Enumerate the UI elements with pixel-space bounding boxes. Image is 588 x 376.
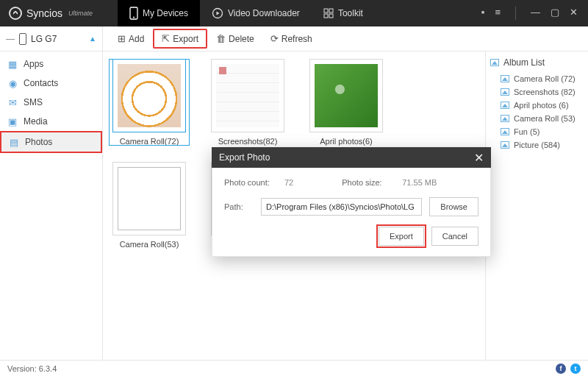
btn-label: Refresh bbox=[282, 34, 312, 44]
separator bbox=[515, 7, 516, 20]
album-thumb bbox=[309, 59, 383, 132]
dialog-header[interactable]: Export Photo ✕ bbox=[212, 147, 491, 168]
svg-rect-4 bbox=[329, 9, 333, 13]
svg-rect-3 bbox=[324, 9, 328, 13]
top-tabs: My Devices Video Downloader Toolkit bbox=[118, 0, 375, 26]
tab-toolkit[interactable]: Toolkit bbox=[312, 0, 375, 26]
dialog-path-row: Path: Browse bbox=[224, 197, 478, 216]
trash-icon: 🗑 bbox=[216, 33, 226, 44]
grid-icon bbox=[323, 8, 334, 18]
sidebar-label: Media bbox=[24, 116, 48, 127]
photo-count-value: 72 bbox=[284, 178, 293, 187]
dialog-body: Photo count: 72 Photo size: 71.55 MB Pat… bbox=[212, 168, 491, 257]
export-icon: ⇱ bbox=[162, 33, 170, 44]
play-circle-icon bbox=[212, 7, 223, 19]
toolbar-actions: ⊞ Add ⇱ Export 🗑 Delete ⟳ Refresh bbox=[103, 26, 320, 51]
picture-icon bbox=[501, 102, 509, 109]
facebook-icon[interactable]: f bbox=[556, 363, 566, 374]
svg-rect-6 bbox=[329, 14, 333, 18]
chevron-up-icon: ▲ bbox=[89, 35, 96, 43]
browse-button[interactable]: Browse bbox=[429, 197, 478, 216]
list-item-label: April photos (6) bbox=[514, 101, 569, 110]
menu-icon[interactable]: ≡ bbox=[495, 7, 501, 20]
album-label: Camera Roll(72) bbox=[120, 137, 179, 146]
sidebar-label: Contacts bbox=[24, 78, 58, 88]
title-bar: Syncios Ultimate My Devices Video Downlo… bbox=[0, 0, 588, 26]
path-input[interactable] bbox=[261, 198, 422, 216]
sidebar-item-apps[interactable]: ▦ Apps bbox=[0, 54, 102, 74]
album-thumb bbox=[211, 59, 284, 132]
device-icon bbox=[19, 33, 26, 45]
list-item-label: Fun (5) bbox=[514, 127, 539, 136]
syncios-logo-icon bbox=[9, 7, 22, 20]
dialog-title: Export Photo bbox=[219, 152, 270, 163]
sidebar-label: Photos bbox=[25, 137, 52, 147]
picture-icon bbox=[501, 128, 509, 135]
dialog-button-row: Export Cancel bbox=[224, 227, 478, 246]
album-label: Screenshots(82) bbox=[218, 137, 278, 146]
sidebar-item-media[interactable]: ▣ Media bbox=[0, 112, 102, 131]
device-name: LG G7 bbox=[31, 34, 57, 44]
sidebar: ▦ Apps ◉ Contacts ✉ SMS ▣ Media ▤ Photos bbox=[0, 52, 103, 360]
sidebar-item-photos[interactable]: ▤ Photos bbox=[0, 131, 102, 153]
tab-label: My Devices bbox=[143, 8, 188, 18]
version-label: Version: 6.3.4 bbox=[7, 364, 57, 373]
sms-icon: ✉ bbox=[7, 97, 18, 107]
picture-icon bbox=[501, 141, 509, 149]
album-list-item[interactable]: Camera Roll (72) bbox=[490, 72, 584, 85]
device-selector[interactable]: — LG G7 ▲ bbox=[0, 26, 103, 51]
app-name: Syncios bbox=[26, 7, 62, 19]
album-list-item[interactable]: Screenshots (82) bbox=[490, 85, 584, 99]
album-screenshots[interactable]: Screenshots(82) bbox=[207, 59, 288, 146]
album-camera-roll-2[interactable]: Camera Roll(53) bbox=[109, 162, 190, 249]
contacts-icon: ◉ bbox=[7, 78, 18, 88]
album-list-item[interactable]: Fun (5) bbox=[490, 125, 584, 138]
add-button[interactable]: ⊞ Add bbox=[110, 30, 151, 47]
message-icon[interactable]: ▪ bbox=[481, 7, 485, 20]
album-label: April photos(6) bbox=[320, 137, 373, 146]
btn-label: Export bbox=[173, 34, 198, 44]
app-edition: Ultimate bbox=[68, 10, 93, 17]
window-controls: ▪ ≡ — ▢ ✕ bbox=[481, 7, 588, 20]
album-list-title: Album List bbox=[490, 57, 584, 68]
panel-title-text: Album List bbox=[503, 57, 545, 68]
close-button[interactable]: ✕ bbox=[570, 7, 578, 20]
sidebar-label: Apps bbox=[24, 59, 43, 69]
list-item-label: Camera Roll (72) bbox=[514, 74, 576, 83]
album-list-item[interactable]: Camera Roll (53) bbox=[490, 112, 584, 125]
delete-button[interactable]: 🗑 Delete bbox=[209, 30, 262, 47]
picture-icon bbox=[490, 59, 499, 66]
dialog-export-button[interactable]: Export bbox=[379, 227, 424, 246]
album-list-panel: Album List Camera Roll (72) Screenshots … bbox=[485, 52, 588, 360]
minimize-button[interactable]: — bbox=[531, 7, 540, 20]
main-area: ▦ Apps ◉ Contacts ✉ SMS ▣ Media ▤ Photos… bbox=[0, 52, 588, 360]
album-list-item[interactable]: Picture (584) bbox=[490, 138, 584, 152]
dialog-cancel-button[interactable]: Cancel bbox=[431, 227, 478, 246]
content-area: Camera Roll(72) Screenshots(82) April ph… bbox=[103, 52, 588, 360]
media-icon: ▣ bbox=[7, 116, 18, 127]
album-list-item[interactable]: April photos (6) bbox=[490, 99, 584, 112]
list-item-label: Picture (584) bbox=[514, 141, 560, 149]
sidebar-item-sms[interactable]: ✉ SMS bbox=[0, 93, 102, 112]
photo-size-value: 71.55 MB bbox=[402, 178, 437, 187]
refresh-button[interactable]: ⟳ Refresh bbox=[263, 30, 320, 47]
btn-label: Add bbox=[129, 34, 144, 44]
album-april-photos[interactable]: April photos(6) bbox=[306, 59, 387, 146]
photo-count-label: Photo count: bbox=[224, 178, 277, 187]
picture-icon bbox=[501, 75, 509, 82]
btn-label: Delete bbox=[229, 34, 254, 44]
album-camera-roll[interactable]: Camera Roll(72) bbox=[109, 59, 190, 146]
tab-label: Toolkit bbox=[338, 8, 363, 18]
export-button[interactable]: ⇱ Export bbox=[153, 29, 207, 49]
path-label: Path: bbox=[224, 202, 254, 211]
maximize-button[interactable]: ▢ bbox=[551, 7, 559, 20]
refresh-icon: ⟳ bbox=[270, 33, 279, 44]
app-logo: Syncios Ultimate bbox=[0, 7, 118, 20]
tab-video-downloader[interactable]: Video Downloader bbox=[200, 0, 312, 26]
sidebar-item-contacts[interactable]: ◉ Contacts bbox=[0, 74, 102, 93]
dialog-close-button[interactable]: ✕ bbox=[474, 151, 484, 165]
export-photo-dialog: Export Photo ✕ Photo count: 72 Photo siz… bbox=[212, 147, 491, 257]
list-item-label: Camera Roll (53) bbox=[514, 114, 576, 123]
tab-my-devices[interactable]: My Devices bbox=[118, 0, 200, 26]
twitter-icon[interactable]: t bbox=[570, 363, 581, 374]
